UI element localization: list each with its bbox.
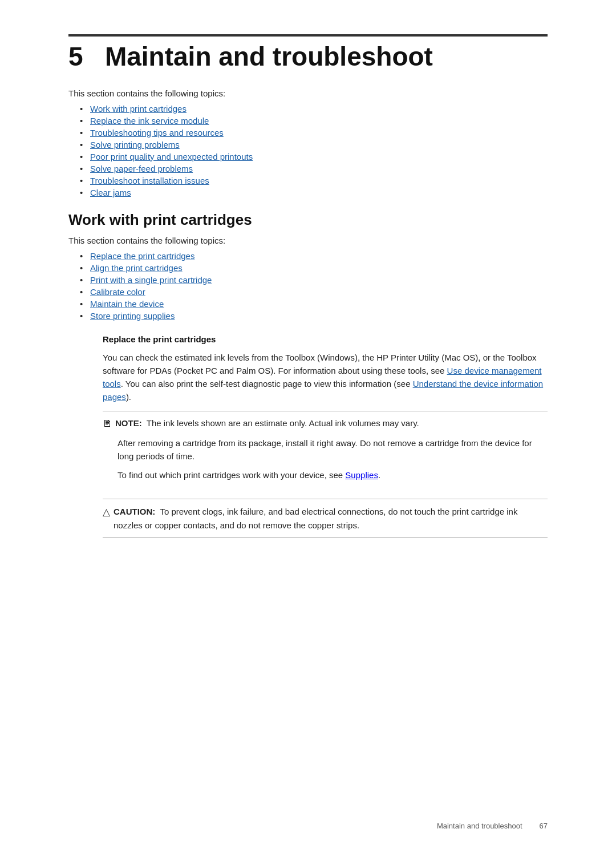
work-link-store[interactable]: Store printing supplies [90,311,175,321]
work-link-single[interactable]: Print with a single print cartridge [90,275,212,285]
note-line: 🖹 NOTE: The ink levels shown are an esti… [103,417,548,431]
toc-link-paper-feed[interactable]: Solve paper-feed problems [90,164,193,173]
chapter-header: 5 Maintain and troubleshoot [68,34,548,71]
replace-body-text: You can check the estimated ink levels f… [103,351,548,404]
caution-label: CAUTION: [114,507,155,516]
list-item: Print with a single print cartridge [80,275,548,285]
list-item: Troubleshooting tips and resources [80,128,548,138]
toc-link-poor-print[interactable]: Poor print quality and unexpected printo… [90,152,253,161]
work-link-calibrate[interactable]: Calibrate color [90,287,145,297]
list-item: Solve printing problems [80,140,548,149]
page: 5 Maintain and troubleshoot This section… [0,0,616,853]
list-item: Maintain the device [80,299,548,309]
replace-body1c: ). [126,392,131,402]
note-label: NOTE: [115,418,142,428]
footer: Maintain and troubleshoot 67 [0,822,616,830]
toc-link-replace-ink[interactable]: Replace the ink service module [90,116,209,126]
list-item: Calibrate color [80,287,548,297]
caution-text: To prevent clogs, ink failure, and bad e… [114,507,517,529]
list-item: Work with print cartridges [80,104,548,114]
caution-line: △ CAUTION: To prevent clogs, ink failure… [103,505,548,532]
after-note2-prefix: To find out which print cartridges work … [117,470,345,480]
chapter-title: 5 Maintain and troubleshoot [68,42,548,71]
toc-list: Work with print cartridges Replace the i… [68,104,548,197]
work-link-replace[interactable]: Replace the print cartridges [90,251,194,261]
list-item: Replace the ink service module [80,116,548,126]
after-note2-suffix: . [378,470,380,480]
caution-box: △ CAUTION: To prevent clogs, ink failure… [103,499,548,538]
list-item: Poor print quality and unexpected printo… [80,152,548,161]
after-note1: After removing a cartridge from its pack… [103,436,548,463]
footer-text: Maintain and troubleshoot 67 [437,822,548,830]
list-item: Solve paper-feed problems [80,164,548,173]
note-icon: 🖹 [103,417,112,431]
list-item: Replace the print cartridges [80,251,548,261]
list-item: Clear jams [80,188,548,197]
list-item: Troubleshoot installation issues [80,176,548,185]
note-text: The ink levels shown are an estimate onl… [147,418,419,428]
note-box: 🖹 NOTE: The ink levels shown are an esti… [103,411,548,494]
footer-label: Maintain and troubleshoot [437,822,522,830]
list-item: Store printing supplies [80,311,548,321]
toc-link-work[interactable]: Work with print cartridges [90,104,187,114]
caution-symbol: △ [103,505,110,520]
intro-text: This section contains the following topi… [68,88,548,98]
work-links-list: Replace the print cartridges Align the p… [68,251,548,321]
footer-page: 67 [540,822,548,830]
sub-heading-replace: Replace the print cartridges [103,334,548,344]
toc-link-installation[interactable]: Troubleshoot installation issues [90,176,209,185]
work-link-align[interactable]: Align the print cartridges [90,263,183,273]
chapter-title-text: Maintain and troubleshoot [105,42,433,71]
toc-link-troubleshooting[interactable]: Troubleshooting tips and resources [90,128,224,138]
list-item: Align the print cartridges [80,263,548,273]
work-link-maintain[interactable]: Maintain the device [90,299,164,309]
section-heading-work: Work with print cartridges [68,211,548,229]
after-note2: To find out which print cartridges work … [103,468,548,482]
toc-link-clear-jams[interactable]: Clear jams [90,188,131,197]
replace-body1b: . You can also print the self-test diagn… [121,379,413,389]
toc-link-solve-printing[interactable]: Solve printing problems [90,140,180,149]
replace-section: Replace the print cartridges You can che… [68,334,548,538]
chapter-number: 5 [68,42,83,71]
link-supplies[interactable]: Supplies [345,470,378,480]
section-work-intro: This section contains the following topi… [68,236,548,245]
